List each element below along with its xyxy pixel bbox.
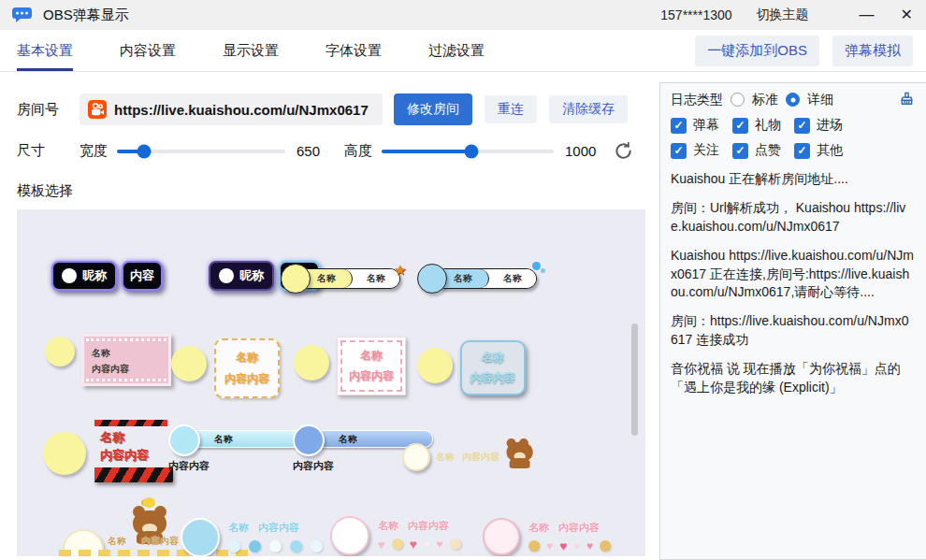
avatar-dot: [62, 268, 77, 283]
template-item[interactable]: 名称内容内容: [43, 420, 173, 482]
app-window: OBS弹幕显示 157****1300 切换主题 — ✕ 基本设置 内容设置 显…: [0, 0, 926, 560]
danmaku-simulate-button[interactable]: 弹幕模拟: [832, 36, 913, 66]
width-slider-knob[interactable]: [137, 144, 151, 158]
width-label: 宽度: [80, 142, 108, 160]
heart-icon: [424, 539, 430, 550]
tabbar: 基本设置 内容设置 显示设置 字体设置 过滤设置 一键添加到OBS 弹幕模拟: [0, 30, 926, 72]
tab-font-settings[interactable]: 字体设置: [326, 30, 382, 71]
avatar-circle: [294, 345, 329, 381]
checkbox-checked-icon[interactable]: [732, 118, 748, 134]
kuaishou-icon: [88, 100, 107, 119]
template-item[interactable]: 名称内容内容: [45, 334, 171, 386]
checkbox-checked-icon[interactable]: [671, 118, 687, 134]
avatar-circle: [43, 432, 86, 475]
avatar-circle: [168, 424, 200, 456]
titlebar: OBS弹幕显示 157****1300 切换主题 — ✕: [0, 0, 926, 30]
checkbox-checked-icon[interactable]: [732, 143, 748, 159]
template-item[interactable]: 名称名称: [281, 264, 412, 294]
height-slider-knob[interactable]: [464, 144, 478, 158]
radio-detailed[interactable]: [786, 93, 800, 107]
room-number-label: 房间号: [17, 101, 80, 119]
spark-icon: [394, 262, 406, 279]
filter-follow[interactable]: 关注: [671, 142, 732, 159]
log-type-label: 日志类型: [671, 92, 723, 108]
modify-room-button[interactable]: 修改房间: [394, 93, 472, 125]
avatar-circle: [417, 264, 447, 294]
heart-icon: [586, 540, 593, 552]
minimize-button[interactable]: —: [860, 7, 875, 22]
radio-standard[interactable]: [731, 93, 745, 107]
avatar-circle: [281, 264, 311, 294]
avatar-circle: [181, 518, 220, 556]
log-message: 房间：Url解析成功， Kuaishou https://live.kuaish…: [671, 199, 916, 237]
avatar-circle: [171, 346, 207, 381]
template-item[interactable]: 名称内容内容: [181, 518, 323, 556]
tab-display-settings[interactable]: 显示设置: [223, 30, 279, 71]
filter-like[interactable]: 点赞: [732, 142, 794, 159]
avatar-circle: [483, 518, 520, 555]
heart-icon: [546, 540, 553, 552]
heart-icon: [410, 538, 417, 551]
filter-danmaku[interactable]: 弹幕: [671, 117, 732, 134]
refresh-icon[interactable]: [613, 140, 634, 162]
tab-filter-settings[interactable]: 过滤设置: [428, 30, 485, 71]
size-label: 尺寸: [17, 142, 80, 160]
dot-decoration: [228, 540, 323, 553]
checkbox-checked-icon[interactable]: [794, 118, 810, 134]
filter-enter[interactable]: 进场: [794, 117, 856, 134]
bead-icon: [600, 540, 611, 552]
template-item[interactable]: 名称 内容内容: [168, 430, 309, 473]
close-button[interactable]: ✕: [901, 7, 913, 22]
template-select-label: 模板选择: [17, 182, 659, 200]
bead-icon: [450, 538, 461, 550]
room-url-text: https://live.kuaishou.com/u/NJmx0617: [114, 102, 369, 118]
heart-decoration: [528, 539, 611, 553]
log-message: 音你祝福 说 现在播放「为你祝福」点的「遇上你是我的缘 (Explicit)」: [671, 360, 916, 397]
avatar-circle: [45, 337, 75, 366]
heart-decoration: [378, 538, 461, 551]
bear-icon: [505, 435, 530, 464]
log-message: Kuaishou 正在解析房间地址....: [671, 170, 916, 189]
reconnect-button[interactable]: 重连: [485, 95, 537, 123]
basic-settings-pane: 房间号 https://live.kuaishou.com/u/NJmx0617…: [0, 72, 659, 556]
template-item[interactable]: 名称内容内容: [171, 338, 280, 398]
template-item[interactable]: 名称名称: [417, 264, 550, 294]
log-panel: 日志类型 标准 详细 弹幕 礼物 进场 关注 点赞 其他 Kuaishou 正在…: [659, 82, 926, 560]
clear-cache-button[interactable]: 清除缓存: [549, 95, 628, 123]
heart-icon: [437, 538, 443, 550]
template-item[interactable]: 名称内容内容: [330, 516, 461, 555]
tab-content-settings[interactable]: 内容设置: [120, 30, 176, 71]
radio-detailed-label[interactable]: 详细: [807, 92, 833, 108]
checkbox-checked-icon[interactable]: [794, 143, 810, 159]
clear-log-broom-icon[interactable]: [898, 91, 916, 108]
template-item[interactable]: 名称内容内容: [417, 340, 526, 395]
height-slider[interactable]: [382, 150, 554, 153]
template-item[interactable]: 名称内容内容: [483, 518, 611, 555]
filter-other[interactable]: 其他: [794, 142, 856, 159]
room-url-input[interactable]: https://live.kuaishou.com/u/NJmx0617: [80, 93, 383, 125]
theme-switch-button[interactable]: 切换主题: [757, 7, 809, 23]
duck-icon: [143, 497, 155, 508]
avatar-circle: [330, 516, 369, 555]
template-item[interactable]: 昵称 内容: [51, 261, 163, 291]
log-message: 房间：https://live.kuaishou.com/u/NJmx0617 …: [671, 312, 916, 350]
radio-standard-label[interactable]: 标准: [752, 92, 778, 108]
template-area: 昵称 内容 昵称 内容 名称名称 名称名称 名称内容内容: [17, 209, 645, 556]
water-splash-icon: [532, 262, 545, 275]
template-item[interactable]: 名称 内容内容: [402, 438, 537, 476]
hazard-stripe: [94, 467, 173, 482]
height-value: 1000: [565, 143, 596, 159]
template-scrollbar[interactable]: [631, 323, 638, 436]
checkbox-checked-icon[interactable]: [671, 143, 687, 159]
filter-gift[interactable]: 礼物: [732, 117, 794, 134]
bead-icon: [528, 540, 540, 552]
heart-icon: [573, 541, 580, 552]
width-slider[interactable]: [117, 150, 285, 153]
hazard-stripe: [94, 420, 167, 426]
account-number: 157****1300: [660, 7, 731, 22]
add-to-obs-button[interactable]: 一键添加到OBS: [695, 36, 819, 66]
template-item[interactable]: 名称内容内容: [294, 337, 406, 395]
tab-basic-settings[interactable]: 基本设置: [17, 30, 73, 71]
heart-icon: [378, 538, 385, 551]
window-title: OBS弹幕显示: [43, 7, 129, 24]
